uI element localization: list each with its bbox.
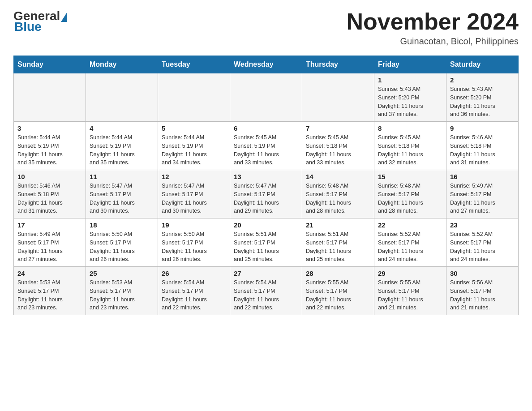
calendar-day-cell: 22Sunrise: 5:52 AM Sunset: 5:17 PM Dayli… — [374, 218, 446, 267]
calendar-day-cell — [230, 73, 302, 122]
calendar-header-friday: Friday — [374, 56, 446, 73]
calendar-day-cell: 29Sunrise: 5:55 AM Sunset: 5:17 PM Dayli… — [374, 267, 446, 315]
calendar-day-cell: 7Sunrise: 5:45 AM Sunset: 5:18 PM Daylig… — [302, 122, 374, 170]
day-number: 23 — [450, 221, 515, 229]
month-title: November 2024 — [347, 9, 519, 34]
calendar-header-thursday: Thursday — [302, 56, 374, 73]
day-info: Sunrise: 5:48 AM Sunset: 5:17 PM Dayligh… — [378, 182, 442, 215]
location-subtitle: Guinacotan, Bicol, Philippines — [347, 36, 519, 47]
calendar-day-cell: 5Sunrise: 5:44 AM Sunset: 5:19 PM Daylig… — [158, 122, 230, 170]
day-info: Sunrise: 5:55 AM Sunset: 5:17 PM Dayligh… — [306, 278, 370, 312]
day-number: 25 — [90, 270, 154, 277]
calendar-day-cell: 24Sunrise: 5:53 AM Sunset: 5:17 PM Dayli… — [14, 267, 86, 315]
day-info: Sunrise: 5:52 AM Sunset: 5:17 PM Dayligh… — [378, 230, 442, 264]
calendar-week-row: 3Sunrise: 5:44 AM Sunset: 5:19 PM Daylig… — [14, 122, 519, 170]
calendar-day-cell: 23Sunrise: 5:52 AM Sunset: 5:17 PM Dayli… — [446, 218, 519, 267]
calendar-day-cell: 21Sunrise: 5:51 AM Sunset: 5:17 PM Dayli… — [302, 218, 374, 267]
day-info: Sunrise: 5:46 AM Sunset: 5:18 PM Dayligh… — [450, 133, 515, 167]
day-info: Sunrise: 5:53 AM Sunset: 5:17 PM Dayligh… — [90, 278, 154, 312]
day-info: Sunrise: 5:52 AM Sunset: 5:17 PM Dayligh… — [450, 230, 515, 264]
logo-triangle-icon — [61, 12, 67, 22]
day-info: Sunrise: 5:43 AM Sunset: 5:20 PM Dayligh… — [450, 85, 515, 119]
calendar-day-cell: 12Sunrise: 5:47 AM Sunset: 5:17 PM Dayli… — [158, 170, 230, 218]
day-number: 12 — [162, 173, 226, 180]
day-info: Sunrise: 5:47 AM Sunset: 5:17 PM Dayligh… — [162, 182, 226, 215]
day-number: 4 — [90, 124, 154, 132]
day-number: 18 — [90, 221, 154, 229]
logo-blue-text: Blue — [14, 20, 42, 34]
day-number: 21 — [306, 221, 370, 229]
day-number: 3 — [17, 124, 82, 132]
calendar-day-cell: 25Sunrise: 5:53 AM Sunset: 5:17 PM Dayli… — [86, 267, 158, 315]
calendar-day-cell: 2Sunrise: 5:43 AM Sunset: 5:20 PM Daylig… — [446, 73, 519, 122]
calendar-header-monday: Monday — [86, 56, 158, 73]
day-number: 14 — [306, 173, 370, 180]
calendar-header-saturday: Saturday — [446, 56, 519, 73]
calendar-day-cell: 19Sunrise: 5:50 AM Sunset: 5:17 PM Dayli… — [158, 218, 230, 267]
day-info: Sunrise: 5:50 AM Sunset: 5:17 PM Dayligh… — [90, 230, 154, 264]
day-number: 24 — [17, 270, 82, 277]
day-info: Sunrise: 5:44 AM Sunset: 5:19 PM Dayligh… — [90, 133, 154, 167]
day-info: Sunrise: 5:47 AM Sunset: 5:17 PM Dayligh… — [90, 182, 154, 215]
calendar-day-cell: 28Sunrise: 5:55 AM Sunset: 5:17 PM Dayli… — [302, 267, 374, 315]
calendar-week-row: 17Sunrise: 5:49 AM Sunset: 5:17 PM Dayli… — [14, 218, 519, 267]
day-info: Sunrise: 5:45 AM Sunset: 5:18 PM Dayligh… — [378, 133, 442, 167]
calendar-day-cell: 30Sunrise: 5:56 AM Sunset: 5:17 PM Dayli… — [446, 267, 519, 315]
calendar-day-cell — [86, 73, 158, 122]
day-number: 27 — [234, 270, 298, 277]
calendar-day-cell: 13Sunrise: 5:47 AM Sunset: 5:17 PM Dayli… — [230, 170, 302, 218]
day-info: Sunrise: 5:49 AM Sunset: 5:17 PM Dayligh… — [450, 182, 515, 215]
calendar-table: SundayMondayTuesdayWednesdayThursdayFrid… — [13, 56, 519, 315]
day-number: 5 — [162, 124, 226, 132]
calendar-day-cell: 20Sunrise: 5:51 AM Sunset: 5:17 PM Dayli… — [230, 218, 302, 267]
calendar-day-cell: 10Sunrise: 5:46 AM Sunset: 5:18 PM Dayli… — [14, 170, 86, 218]
calendar-day-cell: 17Sunrise: 5:49 AM Sunset: 5:17 PM Dayli… — [14, 218, 86, 267]
day-number: 22 — [378, 221, 442, 229]
day-info: Sunrise: 5:54 AM Sunset: 5:17 PM Dayligh… — [234, 278, 298, 312]
day-info: Sunrise: 5:44 AM Sunset: 5:19 PM Dayligh… — [162, 133, 226, 167]
day-info: Sunrise: 5:53 AM Sunset: 5:17 PM Dayligh… — [17, 278, 82, 312]
day-number: 6 — [234, 124, 298, 132]
day-number: 17 — [17, 221, 82, 229]
calendar-header-row: SundayMondayTuesdayWednesdayThursdayFrid… — [14, 56, 519, 73]
calendar-day-cell: 27Sunrise: 5:54 AM Sunset: 5:17 PM Dayli… — [230, 267, 302, 315]
calendar-day-cell: 1Sunrise: 5:43 AM Sunset: 5:20 PM Daylig… — [374, 73, 446, 122]
day-info: Sunrise: 5:46 AM Sunset: 5:18 PM Dayligh… — [17, 182, 82, 215]
day-info: Sunrise: 5:45 AM Sunset: 5:18 PM Dayligh… — [306, 133, 370, 167]
calendar-day-cell: 16Sunrise: 5:49 AM Sunset: 5:17 PM Dayli… — [446, 170, 519, 218]
day-info: Sunrise: 5:43 AM Sunset: 5:20 PM Dayligh… — [378, 85, 442, 119]
calendar-day-cell: 9Sunrise: 5:46 AM Sunset: 5:18 PM Daylig… — [446, 122, 519, 170]
title-area: November 2024 Guinacotan, Bicol, Philipp… — [347, 9, 519, 47]
calendar-week-row: 24Sunrise: 5:53 AM Sunset: 5:17 PM Dayli… — [14, 267, 519, 315]
day-number: 15 — [378, 173, 442, 180]
calendar-day-cell: 15Sunrise: 5:48 AM Sunset: 5:17 PM Dayli… — [374, 170, 446, 218]
day-info: Sunrise: 5:51 AM Sunset: 5:17 PM Dayligh… — [234, 230, 298, 264]
day-info: Sunrise: 5:49 AM Sunset: 5:17 PM Dayligh… — [17, 230, 82, 264]
day-number: 19 — [162, 221, 226, 229]
day-info: Sunrise: 5:50 AM Sunset: 5:17 PM Dayligh… — [162, 230, 226, 264]
day-info: Sunrise: 5:44 AM Sunset: 5:19 PM Dayligh… — [17, 133, 82, 167]
day-info: Sunrise: 5:48 AM Sunset: 5:17 PM Dayligh… — [306, 182, 370, 215]
calendar-day-cell: 6Sunrise: 5:45 AM Sunset: 5:19 PM Daylig… — [230, 122, 302, 170]
day-number: 7 — [306, 124, 370, 132]
calendar-day-cell: 14Sunrise: 5:48 AM Sunset: 5:17 PM Dayli… — [302, 170, 374, 218]
calendar-day-cell: 18Sunrise: 5:50 AM Sunset: 5:17 PM Dayli… — [86, 218, 158, 267]
day-number: 29 — [378, 270, 442, 277]
day-number: 26 — [162, 270, 226, 277]
day-number: 2 — [450, 76, 515, 84]
calendar-day-cell: 26Sunrise: 5:54 AM Sunset: 5:17 PM Dayli… — [158, 267, 230, 315]
day-info: Sunrise: 5:45 AM Sunset: 5:19 PM Dayligh… — [234, 133, 298, 167]
day-info: Sunrise: 5:51 AM Sunset: 5:17 PM Dayligh… — [306, 230, 370, 264]
day-number: 20 — [234, 221, 298, 229]
day-info: Sunrise: 5:47 AM Sunset: 5:17 PM Dayligh… — [234, 182, 298, 215]
calendar-day-cell — [14, 73, 86, 122]
calendar-day-cell: 3Sunrise: 5:44 AM Sunset: 5:19 PM Daylig… — [14, 122, 86, 170]
calendar-week-row: 10Sunrise: 5:46 AM Sunset: 5:18 PM Dayli… — [14, 170, 519, 218]
day-number: 30 — [450, 270, 515, 277]
day-number: 13 — [234, 173, 298, 180]
calendar-header-wednesday: Wednesday — [230, 56, 302, 73]
day-number: 11 — [90, 173, 154, 180]
day-info: Sunrise: 5:55 AM Sunset: 5:17 PM Dayligh… — [378, 278, 442, 312]
calendar-header-sunday: Sunday — [14, 56, 86, 73]
calendar-day-cell: 8Sunrise: 5:45 AM Sunset: 5:18 PM Daylig… — [374, 122, 446, 170]
